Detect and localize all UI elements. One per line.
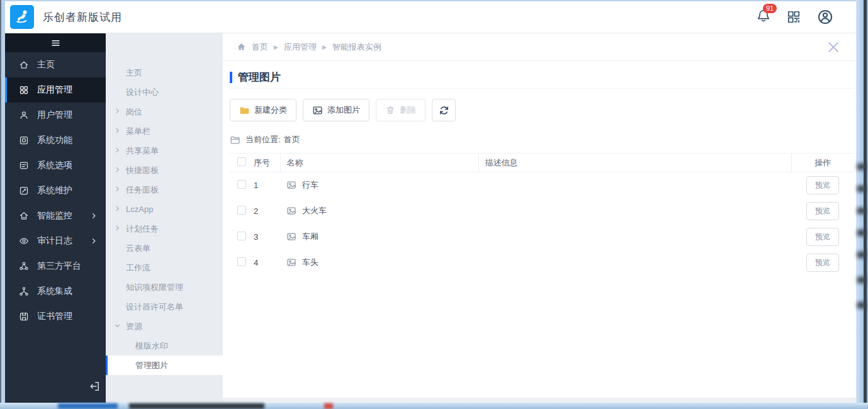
button-label: 添加图片 <box>327 104 360 116</box>
row-checkbox[interactable] <box>237 180 246 189</box>
submenu-item-resources[interactable]: 资源 <box>106 317 223 336</box>
submenu-item-scheduled-tasks[interactable]: 计划任务 <box>106 219 223 238</box>
breadcrumb-separator-icon: ▶ <box>322 44 327 50</box>
row-checkbox[interactable] <box>237 206 246 215</box>
column-header-name: 名称 <box>280 154 478 172</box>
submenu-item-label: 任务面板 <box>126 184 159 196</box>
row-name[interactable]: 车头 <box>302 257 318 268</box>
background-window-edge <box>864 0 867 409</box>
submenu-item-positions[interactable]: 岗位 <box>106 102 223 121</box>
submenu-item-designer-whitelist[interactable]: 设计器许可名单 <box>106 297 223 317</box>
certificate-icon <box>19 311 29 322</box>
select-all-checkbox[interactable] <box>237 157 246 166</box>
image-icon <box>286 257 296 267</box>
row-description <box>478 172 791 198</box>
submenu-item-cloud-forms[interactable]: 云表单 <box>106 238 223 258</box>
sidebar-item-label: 系统功能 <box>37 135 72 146</box>
sidebar-item-label: 智能监控 <box>37 210 72 221</box>
close-tab-button[interactable] <box>826 40 841 55</box>
chevron-right-icon <box>114 225 121 232</box>
delete-button[interactable]: 删除 <box>376 99 426 121</box>
close-icon <box>826 40 841 55</box>
sidebar-item-certificate-management[interactable]: 证书管理 <box>5 304 106 329</box>
row-checkbox[interactable] <box>237 257 246 266</box>
column-header-index: 序号 <box>247 154 280 172</box>
qr-code-button[interactable] <box>787 10 801 24</box>
preview-button[interactable]: 预览 <box>806 228 839 246</box>
sidebar-item-audit-logs[interactable]: 审计日志 <box>5 228 106 254</box>
row-name[interactable]: 行车 <box>302 179 318 191</box>
primary-sidebar: 主页 应用管理 用户管理 系统功能 系统选项 <box>5 33 106 403</box>
preview-button[interactable]: 预览 <box>806 176 839 194</box>
background-window-artifact <box>857 208 865 214</box>
submenu-item-label: 管理图片 <box>135 360 168 371</box>
row-checkbox[interactable] <box>237 232 246 240</box>
current-location-value[interactable]: 首页 <box>284 134 300 145</box>
background-window-artifact <box>857 186 865 192</box>
submenu-item-shared-menu[interactable]: 共享菜单 <box>106 141 223 160</box>
submenu-item-manage-images[interactable]: 管理图片 <box>106 356 223 375</box>
notifications-button[interactable]: 91 <box>757 9 770 25</box>
refresh-button[interactable] <box>432 99 456 121</box>
submenu-item-label: 共享菜单 <box>126 145 159 157</box>
sidebar-item-app-management[interactable]: 应用管理 <box>5 77 106 103</box>
background-window-artifact <box>857 252 865 258</box>
submenu-item-knowledge-permissions[interactable]: 知识项权限管理 <box>106 277 223 297</box>
sidebar-collapse-button[interactable] <box>5 33 106 52</box>
sidebar-item-system-options[interactable]: 系统选项 <box>5 153 106 178</box>
sidebar-item-home[interactable]: 主页 <box>5 52 106 77</box>
image-icon <box>286 180 296 190</box>
images-table: 序号 名称 描述信息 操作 1 行车 <box>230 153 854 276</box>
breadcrumb-item[interactable]: 应用管理 <box>284 42 317 53</box>
submenu-item-label: 知识项权限管理 <box>126 282 183 293</box>
sidebar-item-system-integration[interactable]: 系统集成 <box>5 279 106 304</box>
chevron-right-icon <box>114 127 121 134</box>
taskbar-artifact <box>58 403 118 409</box>
system-options-icon <box>19 160 29 171</box>
sidebar-item-system-maintenance[interactable]: 系统维护 <box>5 178 106 203</box>
sidebar-exit-button[interactable] <box>89 381 100 395</box>
submenu-item-task-panel[interactable]: 任务面板 <box>106 180 223 199</box>
sidebar-item-smart-monitoring[interactable]: 智能监控 <box>5 203 106 228</box>
new-category-button[interactable]: 新建分类 <box>230 99 296 121</box>
folder-icon <box>239 105 250 116</box>
column-header-description: 描述信息 <box>478 154 791 172</box>
breadcrumb-item[interactable]: 首页 <box>252 42 268 53</box>
submenu-item-label: 资源 <box>126 321 142 332</box>
submenu-item-home[interactable]: 主页 <box>106 63 223 82</box>
submenu-item-label: 快捷面板 <box>126 165 159 176</box>
submenu-item-label: 云表单 <box>126 243 150 254</box>
row-index: 4 <box>247 250 280 276</box>
user-account-button[interactable] <box>817 9 833 25</box>
sidebar-item-label: 应用管理 <box>37 84 72 96</box>
sidebar-item-third-party[interactable]: 第三方平台 <box>5 254 106 279</box>
submenu-item-design-center[interactable]: 设计中心 <box>106 82 223 102</box>
image-icon <box>286 232 296 242</box>
add-image-button[interactable]: 添加图片 <box>303 99 369 121</box>
sidebar-item-label: 第三方平台 <box>37 261 81 272</box>
submenu-item-label: 模版水印 <box>135 340 168 352</box>
system-maintenance-icon <box>19 186 29 196</box>
preview-button[interactable]: 预览 <box>806 254 839 272</box>
taskbar-artifact <box>324 403 333 409</box>
sidebar-item-label: 系统选项 <box>37 160 72 171</box>
submenu-item-workflow[interactable]: 工作流 <box>106 258 223 277</box>
breadcrumb-item[interactable]: 智能报表实例 <box>332 42 381 53</box>
users-icon <box>19 110 29 120</box>
row-name[interactable]: 大火车 <box>302 205 327 216</box>
submenu-item-quick-panel[interactable]: 快捷面板 <box>106 160 223 180</box>
qr-code-icon <box>787 10 801 24</box>
title-accent-bar <box>230 72 232 83</box>
preview-button[interactable]: 预览 <box>806 202 839 220</box>
background-window-artifact <box>857 277 865 283</box>
submenu-item-template-watermark[interactable]: 模版水印 <box>106 336 223 356</box>
submenu-item-menu-bar[interactable]: 菜单栏 <box>106 121 223 141</box>
sidebar-item-system-functions[interactable]: 系统功能 <box>5 128 106 153</box>
sidebar-item-user-management[interactable]: 用户管理 <box>5 103 106 128</box>
breadcrumb-home-icon <box>237 42 246 52</box>
row-name[interactable]: 车厢 <box>302 231 318 242</box>
current-location-row: 当前位置: 首页 <box>230 134 854 145</box>
submenu-item-lczapp[interactable]: LczApp <box>106 199 223 219</box>
app-logo[interactable] <box>10 5 34 29</box>
folder-outline-icon <box>230 135 240 145</box>
